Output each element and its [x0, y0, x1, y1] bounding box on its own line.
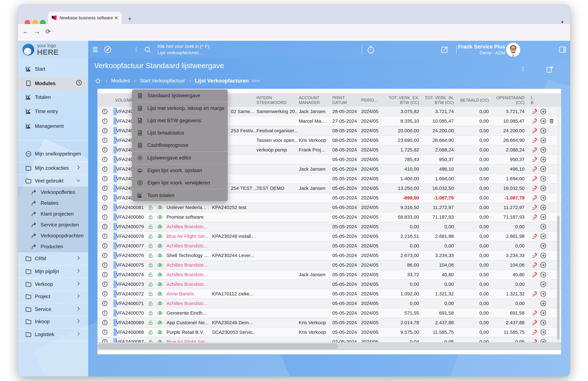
search-hint[interactable]: Klik hier voor zoek in (^ F): Lijst verk… [158, 41, 210, 58]
row-info-icon[interactable] [102, 107, 108, 116]
column-header[interactable]: TOT. VERK. IN.BTW (CC) [420, 93, 454, 107]
payment-hand-icon[interactable] [532, 318, 538, 327]
row-info-icon[interactable] [102, 270, 108, 279]
open-record-arrow-icon[interactable] [540, 193, 547, 202]
customer-name[interactable]: Achilles Brandsto... [167, 241, 211, 250]
open-record-arrow-icon[interactable] [540, 328, 547, 337]
row-info-icon[interactable] [102, 126, 108, 135]
payment-hand-icon[interactable] [532, 289, 538, 298]
open-record-arrow-icon[interactable] [540, 232, 547, 241]
sidebar-item-relaties[interactable]: Relaties [18, 197, 88, 209]
menu-item-lijst-met-btw-gegevens[interactable]: Lijst met BTW gegevens [132, 114, 228, 127]
open-record-arrow-icon[interactable] [540, 155, 547, 164]
delete-trash-icon[interactable] [548, 116, 555, 126]
new-tab-button[interactable]: + [128, 15, 132, 23]
table-row[interactable]: VFA2400076Shell Technology ...KPA230244 … [98, 251, 561, 260]
open-record-arrow-icon[interactable] [540, 337, 547, 342]
table-row[interactable]: VFA2400068Purple Retail B.V.SCA230053 Se… [98, 328, 561, 337]
sidebar-item-management[interactable]: Management [18, 120, 88, 132]
sidebar-item-service-projecten[interactable]: Service projecten [18, 219, 88, 231]
customer-name[interactable]: Purple Retail B.V. [167, 328, 211, 337]
search-icon[interactable] [144, 41, 152, 58]
row-info-icon[interactable] [102, 280, 108, 289]
customer-name[interactable]: Shell Technology ... [167, 251, 211, 260]
customer-name[interactable]: Promise software [167, 212, 211, 222]
sidebar-item-crm[interactable]: CRM [18, 253, 88, 264]
row-info-icon[interactable] [102, 260, 108, 270]
payment-hand-icon[interactable] [532, 203, 538, 212]
payment-hand-icon[interactable] [532, 116, 538, 126]
open-record-arrow-icon[interactable] [540, 136, 547, 145]
open-record-arrow-icon[interactable] [540, 270, 547, 279]
table-row[interactable]: VFA2400078Blue Air Flight Ser...KPA23024… [98, 232, 561, 241]
customer-name[interactable]: Anne Bartels [167, 289, 211, 298]
column-header[interactable]: PRINTDATUM [332, 93, 363, 107]
customer-name[interactable]: Gemeente Eindh... [167, 308, 211, 318]
compass-icon[interactable] [103, 41, 112, 58]
sidebar-item-time-entry[interactable]: Time entry [18, 106, 88, 117]
column-header[interactable]: TOT. VERK. EX.BTW (CC) [379, 93, 419, 107]
row-info-icon[interactable] [102, 241, 108, 250]
row-info-icon[interactable] [102, 116, 108, 126]
payment-hand-icon[interactable] [532, 174, 538, 183]
open-record-arrow-icon[interactable] [540, 116, 547, 126]
sidebar-item-veel-gebruikt[interactable]: Veel gebruikt [18, 175, 88, 187]
payment-hand-icon[interactable] [532, 328, 538, 337]
table-row[interactable]: VFA2400079Achilles Brandsto...05-05-2024… [98, 222, 561, 232]
sidebar-item-project[interactable]: Project [18, 291, 88, 302]
row-info-icon[interactable] [102, 308, 108, 318]
open-record-arrow-icon[interactable] [540, 174, 547, 183]
open-record-arrow-icon[interactable] [540, 164, 547, 174]
browser-tab[interactable]: Newbase business software ✕ [48, 12, 122, 24]
row-info-icon[interactable] [102, 222, 108, 231]
back-button[interactable]: ← [22, 28, 29, 35]
sidebar-item-modules[interactable]: Modules [18, 78, 88, 89]
open-record-arrow-icon[interactable] [540, 251, 547, 260]
row-info-icon[interactable] [102, 289, 108, 298]
sidebar-item-mijn-zoekacties[interactable]: Mijn zoekacties [18, 162, 88, 174]
open-record-arrow-icon[interactable] [540, 318, 547, 327]
breadcrumb-item[interactable]: Modules [111, 78, 130, 84]
row-info-icon[interactable] [102, 136, 108, 145]
sidebar-item-totalen[interactable]: Totalen [18, 91, 88, 103]
row-info-icon[interactable] [102, 155, 108, 164]
customer-name[interactable]: Achilles Brandsto... [167, 270, 211, 279]
layout-panel-icon[interactable] [558, 41, 567, 58]
customer-name[interactable]: Blue Air Flight Ser... [167, 337, 211, 342]
compose-icon[interactable] [440, 41, 449, 58]
row-info-icon[interactable] [102, 145, 108, 155]
sidebar-item-verkoop[interactable]: Verkoop [18, 278, 88, 290]
header-kebab-icon[interactable] [133, 41, 140, 58]
table-row[interactable]: VFA2400070Gemeente Eindh...05-05-2024202… [98, 308, 561, 318]
customer-name[interactable]: App Customer Ne... [167, 318, 211, 327]
page-kebab-icon[interactable] [520, 66, 527, 73]
reload-button[interactable]: ⟳ [45, 28, 51, 35]
row-info-icon[interactable] [102, 193, 108, 202]
customer-name[interactable]: Blue Air Flight Ser... [167, 232, 211, 241]
table-row[interactable]: VFA2400072Anne BartelsKPA170112 zieke...… [98, 289, 561, 299]
sidebar-item-producten[interactable]: Producten [18, 241, 88, 252]
menu-item-cashflowprognose[interactable]: Cashflowprognose [132, 139, 228, 151]
payment-hand-icon[interactable] [532, 126, 538, 135]
payment-hand-icon[interactable] [532, 164, 538, 174]
sidebar-item-mijn-snelkoppelingen[interactable]: Mijn snelkoppelingen [18, 148, 88, 160]
open-record-arrow-icon[interactable] [540, 222, 547, 231]
row-info-icon[interactable] [102, 318, 108, 327]
column-header[interactable]: INTERNSTEEKWOORD [256, 93, 298, 107]
customer-name[interactable]: Achilles Brandsto... [167, 299, 211, 308]
row-info-icon[interactable] [102, 212, 108, 222]
open-record-arrow-icon[interactable] [540, 289, 547, 298]
open-panel-icon[interactable] [546, 66, 554, 74]
row-info-icon[interactable] [102, 203, 108, 212]
open-record-arrow-icon[interactable] [540, 280, 547, 289]
close-tab-icon[interactable]: ✕ [114, 15, 118, 21]
payment-hand-icon[interactable] [532, 145, 538, 155]
home-icon[interactable] [95, 77, 101, 84]
row-info-icon[interactable] [102, 164, 108, 174]
payment-hand-icon[interactable] [532, 251, 538, 260]
forward-button[interactable]: → [34, 28, 40, 35]
payment-hand-icon[interactable] [532, 155, 538, 164]
menu-item-toon-totalen[interactable]: Toon totalen [132, 189, 228, 201]
table-row[interactable]: VFA2400073Achilles Brandsto...05-05-2024… [98, 280, 561, 289]
sidebar-item-klant-projecten[interactable]: Klant projecten [18, 208, 88, 220]
